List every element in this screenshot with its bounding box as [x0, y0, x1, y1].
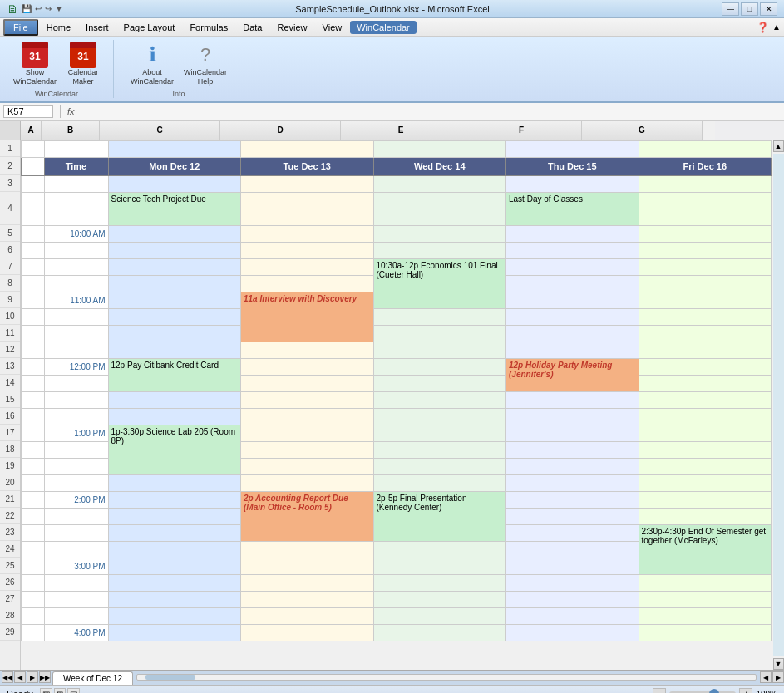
- cell-r19-f[interactable]: [506, 458, 639, 474]
- cell-r7-c[interactable]: [108, 258, 241, 275]
- cell-r15-f[interactable]: [506, 391, 639, 408]
- cell-r25-a[interactable]: [22, 558, 45, 574]
- cell-r3-f[interactable]: [506, 175, 639, 192]
- cell-final-presentation[interactable]: 2p-5p Final Presentation (Kennedy Center…: [373, 491, 506, 541]
- cell-r2-a[interactable]: [22, 157, 45, 175]
- cell-science-lab[interactable]: 1p-3:30p Science Lab 205 (Room 8P): [108, 425, 241, 474]
- cell-r18-e[interactable]: [373, 441, 506, 458]
- cell-r19-d[interactable]: [241, 458, 374, 474]
- row-num-7[interactable]: 7: [0, 258, 20, 275]
- cell-r11-c[interactable]: [108, 325, 241, 342]
- row-num-20[interactable]: 20: [0, 474, 20, 491]
- row-num-4[interactable]: 4: [0, 192, 20, 225]
- cell-r29-c[interactable]: [108, 624, 241, 641]
- cell-r2-tue[interactable]: Tue Dec 13: [241, 157, 374, 175]
- cell-r24-d[interactable]: [241, 541, 374, 558]
- row-num-1[interactable]: 1: [0, 140, 20, 157]
- normal-view-icon[interactable]: ▦: [40, 688, 52, 693]
- cell-r5-a[interactable]: [22, 225, 45, 242]
- cell-r5-time[interactable]: 10:00 AM: [44, 225, 108, 242]
- row-num-17[interactable]: 17: [0, 425, 20, 441]
- cell-r24-c[interactable]: [108, 541, 241, 558]
- cell-r26-e[interactable]: [373, 574, 506, 591]
- cell-r1-f[interactable]: [506, 140, 639, 157]
- calendar-maker-button[interactable]: 31 CalendarMaker: [63, 40, 103, 88]
- horizontal-scrollbar[interactable]: [136, 674, 757, 681]
- cell-r3-c[interactable]: [108, 175, 241, 192]
- cell-r23-b[interactable]: [44, 524, 108, 541]
- cell-r14-d[interactable]: [241, 375, 374, 391]
- cell-accounting-report[interactable]: 2p Accounting Report Due (Main Office - …: [241, 491, 374, 541]
- scroll-right-button[interactable]: ▶: [772, 671, 784, 683]
- menu-insert[interactable]: Insert: [79, 21, 116, 34]
- cell-r23-c[interactable]: [108, 524, 241, 541]
- cell-r18-a[interactable]: [22, 441, 45, 458]
- cell-r10-c[interactable]: [108, 308, 241, 325]
- row-num-21[interactable]: 21: [0, 491, 20, 508]
- cell-r18-d[interactable]: [241, 441, 374, 458]
- tab-last-button[interactable]: ▶▶: [39, 671, 51, 683]
- menu-review[interactable]: Review: [270, 21, 313, 34]
- cell-science-tech[interactable]: Science Tech Project Due: [108, 192, 241, 225]
- cell-r5-g[interactable]: [639, 225, 772, 242]
- zoom-in-button[interactable]: +: [739, 688, 752, 693]
- cell-r5-e[interactable]: [373, 225, 506, 242]
- row-num-5[interactable]: 5: [0, 225, 20, 242]
- cell-r12-c[interactable]: [108, 342, 241, 358]
- cell-r8-f[interactable]: [506, 275, 639, 292]
- row-num-29[interactable]: 29: [0, 624, 20, 641]
- cell-r4-a[interactable]: [22, 192, 45, 225]
- cell-r7-f[interactable]: [506, 258, 639, 275]
- formula-input[interactable]: [78, 106, 781, 117]
- cell-r12-g[interactable]: [639, 342, 772, 358]
- cell-r27-g[interactable]: [639, 591, 772, 607]
- cell-r20-g[interactable]: [639, 474, 772, 491]
- cell-r21-g[interactable]: [639, 491, 772, 508]
- cell-r23-a[interactable]: [22, 524, 45, 541]
- cell-r11-e[interactable]: [373, 325, 506, 342]
- show-wincalendar-button[interactable]: 31 ShowWinCalendar: [10, 40, 60, 88]
- cell-r24-a[interactable]: [22, 541, 45, 558]
- cell-r9-f[interactable]: [506, 292, 639, 308]
- cell-r7-d[interactable]: [241, 258, 374, 275]
- quick-access-undo[interactable]: ↩: [35, 4, 42, 13]
- row-num-14[interactable]: 14: [0, 375, 20, 391]
- cell-r17-e[interactable]: [373, 425, 506, 441]
- cell-r21-f[interactable]: [506, 491, 639, 508]
- cell-r28-g[interactable]: [639, 607, 772, 624]
- row-num-27[interactable]: 27: [0, 591, 20, 607]
- cell-r22-g[interactable]: [639, 508, 772, 524]
- cell-r13-a[interactable]: [22, 358, 45, 375]
- cell-holiday-party[interactable]: 12p Holiday Party Meeting (Jennifer's): [506, 358, 639, 391]
- maximize-button[interactable]: □: [741, 2, 758, 16]
- cell-r2-fri[interactable]: Fri Dec 16: [639, 157, 772, 175]
- cell-r14-e[interactable]: [373, 375, 506, 391]
- cell-r23-f[interactable]: [506, 524, 639, 541]
- cell-interview-discovery[interactable]: 11a Interview with Discovery: [241, 292, 374, 342]
- row-num-18[interactable]: 18: [0, 441, 20, 458]
- tab-first-button[interactable]: ◀◀: [2, 671, 13, 683]
- cell-economics-final[interactable]: 10:30a-12p Economics 101 Final (Cueter H…: [373, 258, 506, 308]
- cell-r5-f[interactable]: [506, 225, 639, 242]
- cell-r16-b[interactable]: [44, 408, 108, 425]
- cell-r16-f[interactable]: [506, 408, 639, 425]
- row-num-25[interactable]: 25: [0, 558, 20, 574]
- cell-r2-time[interactable]: Time: [44, 157, 108, 175]
- cell-r22-a[interactable]: [22, 508, 45, 524]
- cell-r9-c[interactable]: [108, 292, 241, 308]
- cell-r10-e[interactable]: [373, 308, 506, 325]
- cell-r21-c[interactable]: [108, 491, 241, 508]
- name-box[interactable]: [3, 105, 53, 118]
- row-num-2[interactable]: 2: [0, 157, 20, 175]
- cell-r1-d[interactable]: [241, 140, 374, 157]
- cell-r29-a[interactable]: [22, 624, 45, 641]
- cell-r1-b[interactable]: [44, 140, 108, 157]
- cell-r10-f[interactable]: [506, 308, 639, 325]
- cell-r29-time[interactable]: 4:00 PM: [44, 624, 108, 641]
- cell-r20-f[interactable]: [506, 474, 639, 491]
- cell-r9-time[interactable]: 11:00 AM: [44, 292, 108, 308]
- cell-r28-a[interactable]: [22, 607, 45, 624]
- cell-r19-b[interactable]: [44, 458, 108, 474]
- cell-r27-b[interactable]: [44, 591, 108, 607]
- scroll-up-button[interactable]: ▲: [773, 140, 784, 152]
